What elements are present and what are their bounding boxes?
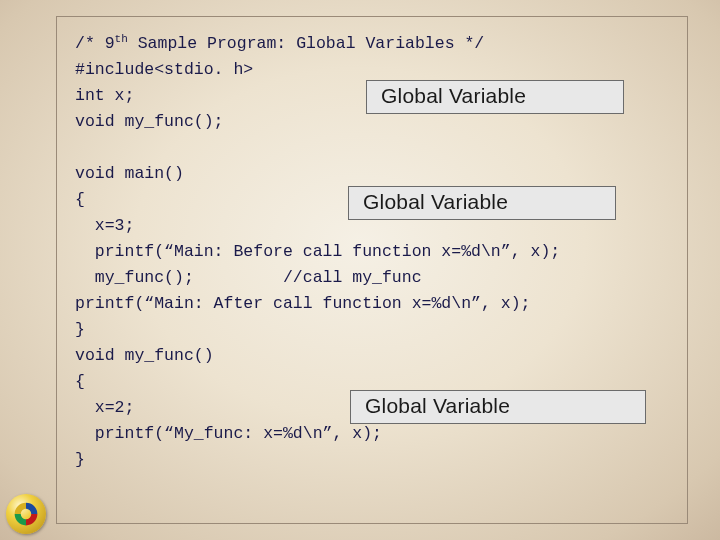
code-line-3: int x;	[75, 86, 134, 105]
code-line-11: printf(“Main: After call function x=%d\n…	[75, 294, 530, 313]
code-line-10: my_func(); //call my_func	[75, 268, 422, 287]
code-line-2: #include<stdio. h>	[75, 60, 253, 79]
code-line-6: void main()	[75, 164, 184, 183]
code-line-1-superscript: th	[115, 33, 128, 45]
code-line-9: printf(“Main: Before call function x=%d\…	[75, 242, 560, 261]
code-line-7: {	[75, 190, 85, 209]
logo-icon	[6, 494, 46, 534]
code-line-8: x=3;	[75, 216, 134, 235]
code-line-4: void my_func();	[75, 112, 224, 131]
code-line-16: printf(“My_func: x=%d\n”, x);	[75, 424, 382, 443]
code-line-14: {	[75, 372, 85, 391]
code-line-13: void my_func()	[75, 346, 214, 365]
code-line-15: x=2;	[75, 398, 134, 417]
code-line-1c: Sample Program: Global Variables */	[128, 34, 484, 53]
callout-global-variable-3: Global Variable	[350, 390, 646, 424]
code-line-17: }	[75, 450, 85, 469]
code-line-12: }	[75, 320, 85, 339]
code-line-1a: /* 9	[75, 34, 115, 53]
callout-global-variable-1: Global Variable	[366, 80, 624, 114]
callout-global-variable-2: Global Variable	[348, 186, 616, 220]
